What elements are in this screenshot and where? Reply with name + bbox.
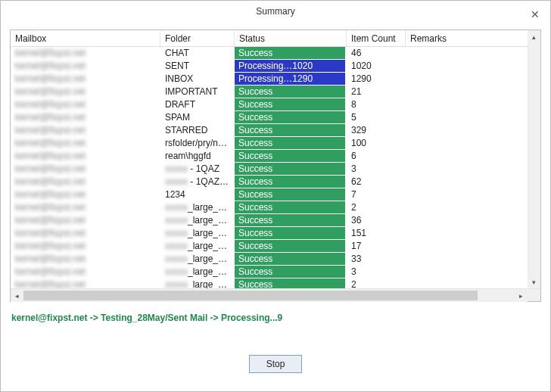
cell-mailbox: kernel@fixpst.net — [11, 124, 160, 137]
cell-mailbox: kernel@fixpst.net — [11, 73, 160, 86]
summary-table: Mailbox Folder Status Item Count Remarks… — [10, 30, 541, 302]
cell-status: Success — [235, 253, 347, 266]
cell-mailbox: kernel@fixpst.net — [11, 111, 160, 124]
table-row[interactable]: kernel@fixpst.net1234Success7 — [11, 188, 528, 201]
cell-status: Success — [235, 163, 347, 176]
status-badge: Processing…1290 — [235, 73, 345, 85]
table-row[interactable]: kernel@fixpst.netrsfolder/pry/ne…Success… — [11, 137, 528, 150]
cell-remarks — [406, 266, 510, 278]
col-status[interactable]: Status — [235, 30, 347, 46]
table-row[interactable]: kernel@fixpst.netxxxxx_large_d…Success17 — [11, 240, 528, 253]
cell-item-count: 21 — [347, 86, 406, 98]
col-folder[interactable]: Folder — [160, 30, 235, 46]
cell-folder: 1234 — [160, 188, 235, 201]
stop-button[interactable]: Stop — [249, 355, 302, 373]
table-row[interactable]: kernel@fixpst.netxxxxx_large_d…Success3 — [11, 266, 528, 278]
table-row[interactable]: kernel@fixpst.netxxxxx - 1QAZ/I…Success6… — [11, 176, 528, 188]
cell-item-count: 2 — [347, 278, 406, 288]
cell-status: Success — [235, 176, 347, 188]
table-body: kernel@fixpst.netCHATSuccess46kernel@fix… — [11, 47, 528, 288]
cell-status: Success — [235, 137, 347, 150]
cell-item-count: 33 — [347, 253, 406, 266]
table-row[interactable]: kernel@fixpst.netSTARREDSuccess329 — [11, 124, 528, 137]
cell-remarks — [406, 214, 510, 227]
horizontal-scrollbar[interactable]: ◂ ▸ — [11, 288, 540, 301]
cell-folder: xxxxx_large_d… — [160, 214, 235, 227]
table-row[interactable]: kernel@fixpst.netDRAFTSuccess8 — [11, 98, 528, 111]
cell-mailbox: kernel@fixpst.net — [11, 137, 160, 150]
cell-remarks — [406, 47, 510, 60]
cell-status: Success — [235, 201, 347, 214]
hscroll-track[interactable] — [23, 289, 515, 302]
cell-folder: SPAM — [160, 111, 235, 124]
cell-remarks — [406, 60, 510, 73]
cell-remarks — [406, 278, 510, 288]
cell-folder: xxxxx - 1QAZ/I… — [160, 176, 235, 188]
cell-remarks — [406, 240, 510, 253]
cell-item-count: 3 — [347, 266, 406, 278]
close-icon[interactable]: ✕ — [526, 4, 544, 25]
cell-remarks — [406, 201, 510, 214]
window-title: Summary — [256, 6, 294, 17]
cell-folder: xxxxx_large_d… — [160, 240, 235, 253]
cell-mailbox: kernel@fixpst.net — [11, 188, 160, 201]
status-badge: Success — [235, 201, 345, 213]
table-row[interactable]: kernel@fixpst.netxxxxx_large_d…Success2 — [11, 278, 528, 288]
scroll-right-icon[interactable]: ▸ — [515, 289, 528, 302]
cell-remarks — [406, 176, 510, 188]
cell-remarks — [406, 73, 510, 86]
cell-folder: ream\hggfd — [160, 150, 235, 163]
cell-remarks — [406, 253, 510, 266]
table-row[interactable]: kernel@fixpst.netCHATSuccess46 — [11, 47, 528, 60]
cell-folder: CHAT — [160, 47, 235, 60]
col-mailbox[interactable]: Mailbox — [11, 30, 160, 46]
table-row[interactable]: kernel@fixpst.netxxxxx - 1QAZSuccess3 — [11, 163, 528, 176]
cell-item-count: 62 — [347, 176, 406, 188]
cell-mailbox: kernel@fixpst.net — [11, 163, 160, 176]
scroll-down-icon[interactable]: ▾ — [528, 275, 540, 288]
cell-remarks — [406, 111, 510, 124]
cell-item-count: 36 — [347, 214, 406, 227]
cell-folder: INBOX — [160, 73, 235, 86]
scroll-up-icon[interactable]: ▴ — [528, 30, 540, 43]
cell-folder: rsfolder/pry/ne… — [160, 137, 235, 150]
cell-mailbox: kernel@fixpst.net — [11, 201, 160, 214]
cell-item-count: 2 — [347, 201, 406, 214]
table-row[interactable]: kernel@fixpst.netxxxxx_large_d…Success15… — [11, 227, 528, 240]
scroll-left-icon[interactable]: ◂ — [11, 289, 23, 302]
col-remarks[interactable]: Remarks — [406, 30, 510, 46]
cell-status: Success — [235, 47, 347, 60]
hscroll-thumb[interactable] — [23, 291, 478, 300]
cell-mailbox: kernel@fixpst.net — [11, 86, 160, 98]
cell-remarks — [406, 124, 510, 137]
table-row[interactable]: kernel@fixpst.netSENTProcessing…10201020 — [11, 60, 528, 73]
table-row[interactable]: kernel@fixpst.netSPAMSuccess5 — [11, 111, 528, 124]
status-badge: Success — [235, 278, 345, 288]
vertical-scrollbar[interactable]: ▴ ▾ — [528, 30, 540, 288]
cell-item-count: 5 — [347, 111, 406, 124]
cell-status: Processing…1290 — [235, 73, 347, 86]
cell-remarks — [406, 98, 510, 111]
cell-status: Success — [235, 124, 347, 137]
table-row[interactable]: kernel@fixpst.netxxxxx_large_d…Success33 — [11, 253, 528, 266]
status-badge: Success — [235, 266, 345, 278]
table-row[interactable]: kernel@fixpst.netxxxxx_large_d…Success36 — [11, 214, 528, 227]
cell-mailbox: kernel@fixpst.net — [11, 278, 160, 288]
table-row[interactable]: kernel@fixpst.netIMPORTANTSuccess21 — [11, 86, 528, 98]
status-badge: Success — [235, 150, 345, 162]
cell-mailbox: kernel@fixpst.net — [11, 47, 160, 60]
cell-item-count: 17 — [347, 240, 406, 253]
cell-remarks — [406, 150, 510, 163]
status-badge: Success — [235, 188, 345, 201]
table-row[interactable]: kernel@fixpst.netream\hggfdSuccess6 — [11, 150, 528, 163]
status-badge: Success — [235, 111, 345, 123]
col-itemcount[interactable]: Item Count — [347, 30, 406, 46]
table-row[interactable]: kernel@fixpst.netINBOXProcessing…1290129… — [11, 73, 528, 86]
cell-item-count: 6 — [347, 150, 406, 163]
table-row[interactable]: kernel@fixpst.netxxxxx_large_d…Success2 — [11, 201, 528, 214]
cell-status: Processing…1020 — [235, 60, 347, 73]
cell-mailbox: kernel@fixpst.net — [11, 227, 160, 240]
progress-status-line: kernel@fixpst.net -> Testing_28May/Sent … — [11, 313, 540, 323]
cell-item-count: 100 — [347, 137, 406, 150]
status-badge: Success — [235, 124, 345, 136]
